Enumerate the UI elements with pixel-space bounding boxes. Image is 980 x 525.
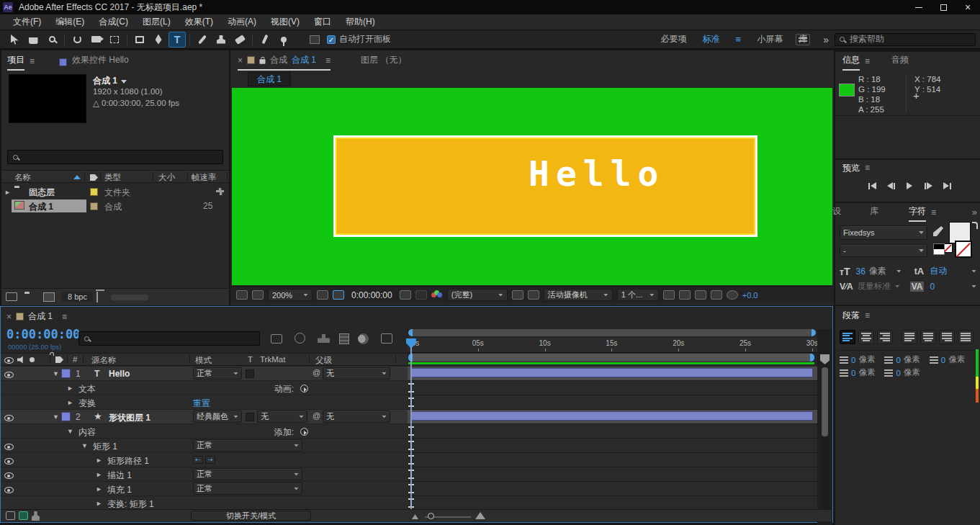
brush-tool-icon[interactable] (194, 32, 211, 48)
tab-project[interactable]: 项目 (7, 54, 24, 71)
row-track[interactable] (408, 467, 818, 482)
eraser-tool-icon[interactable] (231, 32, 248, 48)
column-fps[interactable]: 帧速率 (192, 172, 217, 183)
preserve-transparency-checkbox[interactable] (246, 413, 254, 421)
eye-toggle-icon[interactable] (4, 458, 14, 465)
first-frame-button[interactable] (864, 180, 880, 192)
justify-all-button[interactable] (958, 330, 974, 344)
rotate-tool-icon[interactable] (68, 32, 86, 48)
resolution-dropdown[interactable]: (完整) (447, 289, 508, 301)
puppet-pin-tool-icon[interactable] (275, 32, 292, 48)
kerning-tracking-control[interactable]: V⁄A 度量标准 VA 0 (840, 281, 976, 292)
workspace-menu-icon[interactable]: ≡ (736, 34, 742, 45)
row-track[interactable] (408, 439, 818, 453)
toggle-switches-modes-button[interactable]: 切换开关/模式 (191, 511, 311, 521)
help-search-input[interactable]: 搜索帮助 (835, 33, 976, 46)
column-name[interactable]: 名称 (14, 172, 31, 183)
indent-value[interactable]: 0 (851, 369, 855, 377)
menu-item[interactable]: 窗口 (307, 14, 338, 30)
indent-value[interactable]: 0 (941, 356, 945, 364)
expander-icon[interactable]: ► (96, 500, 102, 507)
expand-inout-panes-icon[interactable] (32, 511, 40, 521)
timeline-search-input[interactable] (78, 331, 260, 346)
transparency-grid-icon[interactable] (512, 290, 523, 300)
minimize-button[interactable] (907, 0, 931, 14)
indent-field[interactable]: 0像素 (930, 354, 965, 365)
layer-duration-bar[interactable] (411, 411, 813, 421)
column-parent[interactable]: 父级 (315, 355, 332, 366)
timeline-button-icon[interactable] (695, 290, 706, 300)
menu-item[interactable]: 文件(F) (6, 14, 48, 30)
timeline-property-row[interactable]: ►变换重置 (1, 395, 832, 410)
timeline-zoom-thumb[interactable] (428, 513, 434, 519)
property-name[interactable]: 描边 1 (107, 470, 132, 482)
stroke-over-fill-swatch[interactable] (933, 243, 945, 255)
pixel-aspect-correction-icon[interactable] (663, 290, 675, 300)
indent-value[interactable]: 0 (851, 356, 855, 364)
layer-duration-bar[interactable] (411, 368, 813, 377)
hello-text-layer[interactable]: Hello (529, 153, 665, 194)
expander-icon[interactable]: ▼ (81, 442, 88, 449)
tab-character[interactable]: 字符 (909, 205, 926, 222)
sort-ascending-icon[interactable] (73, 175, 81, 179)
expand-layer-switches-icon[interactable] (6, 511, 15, 520)
tab-info[interactable]: 信息 (842, 54, 860, 71)
motion-blur-icon[interactable] (358, 333, 369, 344)
graph-editor-icon[interactable] (381, 333, 392, 344)
parent-pickwhip-icon[interactable]: @ (313, 411, 320, 420)
always-preview-icon[interactable] (236, 290, 248, 300)
show-snapshot-icon[interactable] (415, 290, 427, 300)
info-panel-menu-icon[interactable]: ≡ (865, 56, 870, 71)
animate-flyout-icon[interactable] (300, 428, 308, 436)
primary-viewer-icon[interactable] (252, 290, 264, 300)
expander-icon[interactable]: ▼ (53, 413, 59, 421)
project-column-headers[interactable]: 名称 类型 大小 帧速率 (1, 170, 229, 183)
timeline-navigator-bar[interactable] (408, 329, 816, 336)
trkmat-dropdown[interactable]: 无 (257, 410, 307, 423)
item-name[interactable]: 合成 1 (29, 201, 53, 213)
column-source-name[interactable]: 源名称 (91, 355, 117, 366)
draft-3d-icon[interactable] (295, 333, 305, 344)
active-camera-dropdown[interactable]: 活动摄像机 (544, 289, 613, 301)
indent-value[interactable]: 0 (896, 356, 900, 364)
workspace-item[interactable]: 小屏幕 (757, 33, 783, 45)
leading-value[interactable]: 自动 (930, 265, 947, 277)
row-track[interactable] (408, 496, 818, 511)
workspace-settings-icon[interactable] (796, 34, 810, 45)
indent-field[interactable]: 0像素 (884, 354, 920, 365)
expander-icon[interactable]: ► (67, 385, 73, 392)
property-name[interactable]: 变换 (78, 398, 96, 410)
parent-dropdown[interactable]: 无 (323, 367, 390, 380)
camera-tool-icon[interactable] (87, 32, 104, 48)
rectangle-tool-icon[interactable] (131, 32, 148, 48)
animate-flyout-icon[interactable] (300, 385, 308, 392)
workspace-item[interactable]: 必要项 (661, 33, 687, 45)
eyedropper-icon[interactable] (933, 226, 943, 236)
eye-toggle-icon[interactable] (4, 372, 14, 378)
magnification-dropdown[interactable]: 200% (268, 289, 313, 301)
font-size-control[interactable]: тT 36 像素 tA 自动 (840, 265, 976, 277)
tab-preview[interactable]: 预览 (842, 162, 860, 177)
row-track[interactable] (408, 381, 818, 395)
timeline-property-row[interactable]: ►填充 1正常 (1, 482, 832, 496)
reset-exposure-icon[interactable] (727, 290, 738, 300)
work-area-end-handle[interactable] (810, 354, 814, 362)
trash-icon[interactable] (96, 292, 98, 302)
kerning-value[interactable]: 度量标准 (858, 281, 891, 292)
menu-item[interactable]: 帮助(H) (338, 14, 382, 30)
swap-fill-stroke-icon[interactable] (972, 222, 978, 229)
justify-last-left-button[interactable] (902, 330, 917, 344)
project-search-input[interactable] (7, 150, 223, 164)
region-of-interest-icon[interactable] (333, 290, 344, 300)
row-track[interactable] (408, 482, 818, 496)
font-style-dropdown[interactable]: - (840, 244, 927, 257)
pan-behind-tool-icon[interactable] (106, 32, 123, 48)
fast-preview-icon[interactable] (679, 290, 691, 300)
font-family-dropdown[interactable]: Fixedsys (840, 225, 927, 240)
align-right-button[interactable] (877, 330, 893, 344)
expander-icon[interactable]: ▼ (53, 370, 59, 377)
tab-composition[interactable]: × 合成 合成 1 ≡ (238, 54, 331, 71)
property-name[interactable]: 矩形 1 (93, 441, 117, 453)
column-trkmat[interactable]: TrkMat (260, 355, 285, 364)
column-type[interactable]: 类型 (104, 172, 121, 183)
